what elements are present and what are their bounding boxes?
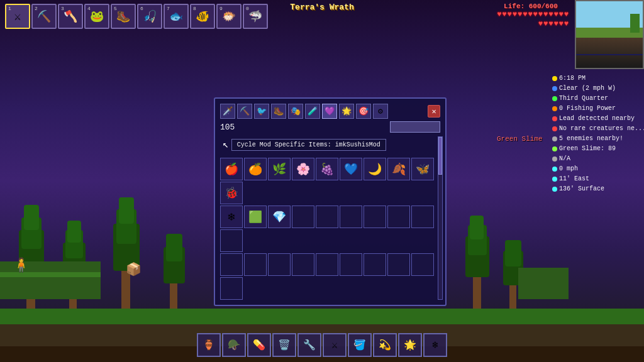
- bottom-slot-6[interactable]: ⚔️: [323, 333, 347, 357]
- hotbar-slot-7[interactable]: 7 🐟: [164, 4, 189, 29]
- inv-tabs: 🗡️ ⛏️ 🐦 🥾 🎭 🧪 💜 🌟 🎯 ⚙️: [220, 104, 388, 119]
- inv-tab-bird[interactable]: 🐦: [254, 104, 269, 119]
- inv-tab-pickaxe[interactable]: ⛏️: [237, 104, 252, 119]
- inv-tab-target[interactable]: 🎯: [356, 104, 371, 119]
- bottom-slot-1[interactable]: 🏺: [197, 333, 221, 357]
- hotbar-slot-9[interactable]: 9 🐡: [216, 4, 242, 29]
- inv-slot-10[interactable]: 🐞: [220, 182, 243, 204]
- inv-slot-6[interactable]: 💙: [340, 158, 362, 180]
- inv-slot-8[interactable]: 🍂: [387, 158, 410, 180]
- inv-slot-24[interactable]: [292, 253, 314, 276]
- inv-amount: 105: [220, 123, 235, 132]
- dot-moon: [552, 96, 557, 101]
- dot-direction: [552, 177, 557, 182]
- inv-tab-gem[interactable]: 💜: [322, 104, 337, 119]
- inv-tab-star[interactable]: 🌟: [339, 104, 354, 119]
- tooltip-text: Cycle Mod Specific Items: imkSushisMod: [231, 139, 386, 151]
- hotbar-slot-6[interactable]: 6 🎣: [137, 4, 162, 29]
- bottom-slot-8[interactable]: 💫: [373, 333, 397, 357]
- dot-surface: [552, 187, 557, 192]
- inv-slot-14[interactable]: [292, 206, 314, 228]
- info-enemies: 5 enemies nearby!: [552, 134, 641, 144]
- inv-slot-21[interactable]: [220, 253, 243, 276]
- hotbar-slot-5[interactable]: 5 🥾: [111, 4, 136, 29]
- inv-slot-20[interactable]: [220, 229, 243, 252]
- hotbar-slot-3[interactable]: 3 🪓: [58, 4, 83, 29]
- minimap-content: [576, 1, 643, 68]
- cursor-icon: ↖: [223, 138, 229, 151]
- inv-grid-row1: 🍎 🍊 🌿 🌸 🍇 💙 🌙 🍂 🦋 🐞: [220, 158, 440, 204]
- inv-slot-30[interactable]: [220, 277, 243, 300]
- inv-slot-4[interactable]: 🌸: [292, 158, 314, 180]
- chest: 📦: [126, 261, 142, 277]
- inv-scroll-thumb[interactable]: [438, 137, 442, 175]
- inv-slot-11[interactable]: ❄️: [220, 206, 243, 228]
- info-direction: 11' East: [552, 174, 641, 184]
- inv-slot-3[interactable]: 🌿: [268, 158, 291, 180]
- inv-scrollbar[interactable]: [438, 136, 443, 300]
- info-surface: 136' Surface: [552, 184, 641, 194]
- minimap-terrain: [630, 14, 640, 33]
- bottom-slot-4[interactable]: 🗑️: [272, 333, 296, 357]
- dot-na: [552, 156, 557, 162]
- minimap: [575, 0, 644, 69]
- inv-slot-18[interactable]: [387, 206, 410, 228]
- bottom-slot-7[interactable]: 🪣: [348, 333, 372, 357]
- info-moon: Third Quarter: [552, 94, 641, 104]
- inv-search-input[interactable]: [390, 121, 440, 133]
- inv-tab-boots[interactable]: 🥾: [271, 104, 286, 119]
- hotbar-slot-2[interactable]: 2 ⛏️: [31, 4, 57, 29]
- inv-slot-15[interactable]: [316, 206, 338, 228]
- inv-slot-28[interactable]: [387, 253, 410, 276]
- inv-slot-12[interactable]: 🟩: [244, 206, 267, 228]
- inv-slot-13[interactable]: 💎: [268, 206, 291, 228]
- hearts-container: ♥ ♥ ♥ ♥ ♥ ♥ ♥ ♥ ♥ ♥ ♥ ♥ ♥ ♥ ♥ ♥ ♥ ♥ ♥ ♥: [493, 10, 569, 28]
- inventory-modal: 🗡️ ⛏️ 🐦 🥾 🎭 🧪 💜 🌟 🎯 ⚙️ ✕ 105 ↖ Cycle Mod…: [214, 97, 447, 306]
- hotbar-slot-8[interactable]: 8 🐠: [190, 4, 215, 29]
- dot-fishing: [552, 106, 557, 111]
- inv-slot-5[interactable]: 🍇: [316, 158, 338, 180]
- hotbar-slot-1[interactable]: 1 ⚔️: [5, 4, 30, 29]
- bottom-slot-3[interactable]: 💊: [247, 333, 271, 357]
- inv-slot-16[interactable]: [340, 206, 362, 228]
- inv-slot-29[interactable]: [411, 253, 434, 276]
- bottom-slot-9[interactable]: 🌟: [398, 333, 422, 357]
- inv-slot-7[interactable]: 🌙: [364, 158, 386, 180]
- inv-grid-row2: ❄️ 🟩 💎: [220, 206, 440, 252]
- dot-creatures: [552, 126, 557, 131]
- info-slime: Green Slime: 89: [552, 144, 641, 154]
- inv-close-button[interactable]: ✕: [428, 105, 440, 118]
- game-title: Terra's Wrath: [290, 3, 353, 12]
- inv-slot-26[interactable]: [340, 253, 362, 276]
- inv-tab-gear[interactable]: ⚙️: [373, 104, 388, 119]
- inv-slot-1[interactable]: 🍎: [220, 158, 243, 180]
- inv-slot-27[interactable]: [364, 253, 386, 276]
- bottom-slot-5[interactable]: 🔧: [297, 333, 321, 357]
- inv-tab-sword[interactable]: 🗡️: [220, 104, 235, 119]
- info-creatures: No rare creatures ne...: [552, 124, 641, 134]
- info-weather: Clear (2 mph W): [552, 84, 641, 94]
- inv-slot-23[interactable]: [268, 253, 291, 276]
- info-time: 6:18 PM: [552, 74, 641, 84]
- hotbar-slot-10[interactable]: 0 🦈: [243, 4, 268, 29]
- life-text: Life: 600/600: [493, 3, 569, 10]
- info-panel: 6:18 PM Clear (2 mph W) Third Quarter 0 …: [550, 72, 644, 195]
- bottom-slot-2[interactable]: 🪖: [222, 333, 246, 357]
- inv-slot-22[interactable]: [244, 253, 267, 276]
- inv-slot-17[interactable]: [364, 206, 386, 228]
- info-lead: Lead detected nearby: [552, 114, 641, 124]
- inv-tab-row: 🗡️ ⛏️ 🐦 🥾 🎭 🧪 💜 🌟 🎯 ⚙️ ✕: [220, 104, 440, 119]
- inv-slot-2[interactable]: 🍊: [244, 158, 267, 180]
- inv-tab-potion[interactable]: 🧪: [305, 104, 320, 119]
- inv-slot-9[interactable]: 🦋: [411, 158, 434, 180]
- hotbar-slot-4[interactable]: 4 🐸: [84, 4, 109, 29]
- inv-slot-19[interactable]: [411, 206, 434, 228]
- platform-right: [518, 268, 569, 299]
- inv-tab-mask[interactable]: 🎭: [288, 104, 303, 119]
- bottom-slot-10[interactable]: ❄️: [423, 333, 447, 357]
- dot-weather: [552, 86, 557, 91]
- hotbar: 1 ⚔️ 2 ⛏️ 3 🪓 4 🐸 5 🥾 6 🎣 7 🐟 8 🐠: [5, 4, 268, 29]
- dot-speed: [552, 167, 557, 172]
- npc: 🧍: [13, 257, 30, 274]
- inv-slot-25[interactable]: [316, 253, 338, 276]
